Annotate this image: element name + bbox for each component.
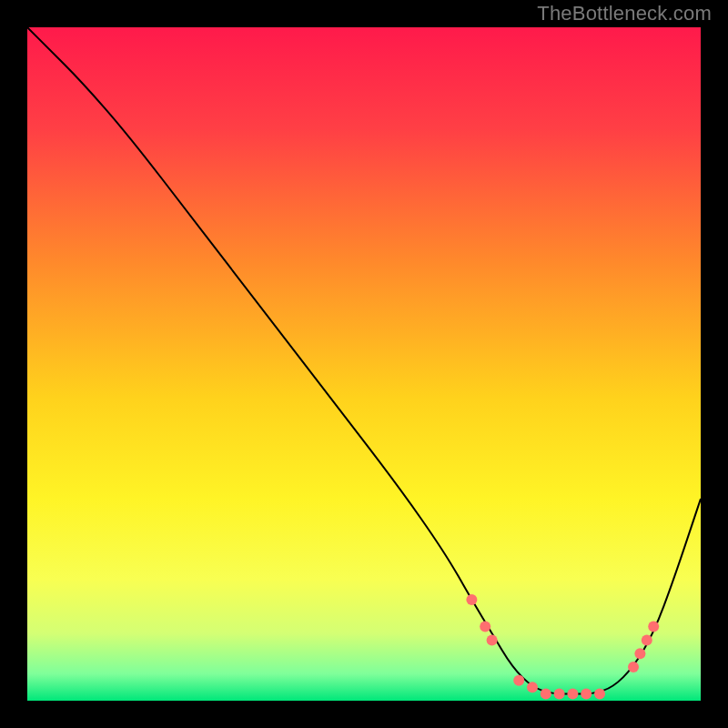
- chart-frame: TheBottleneck.com: [0, 0, 728, 728]
- watermark-label: TheBottleneck.com: [537, 2, 712, 25]
- marker-dot: [594, 689, 605, 700]
- marker-dot: [634, 648, 645, 659]
- marker-dot: [513, 675, 524, 686]
- marker-dot: [642, 634, 652, 645]
- marker-dot: [527, 682, 538, 693]
- marker-dot: [581, 689, 592, 700]
- marker-dot: [628, 662, 639, 672]
- marker-dot: [567, 689, 578, 700]
- marker-dot: [480, 622, 490, 632]
- chart-plot: [27, 27, 701, 701]
- chart-background: [27, 27, 701, 701]
- marker-dot: [487, 634, 498, 645]
- marker-dot: [466, 594, 477, 605]
- marker-dot: [554, 689, 565, 700]
- marker-dot: [541, 689, 551, 700]
- marker-dot: [648, 622, 659, 632]
